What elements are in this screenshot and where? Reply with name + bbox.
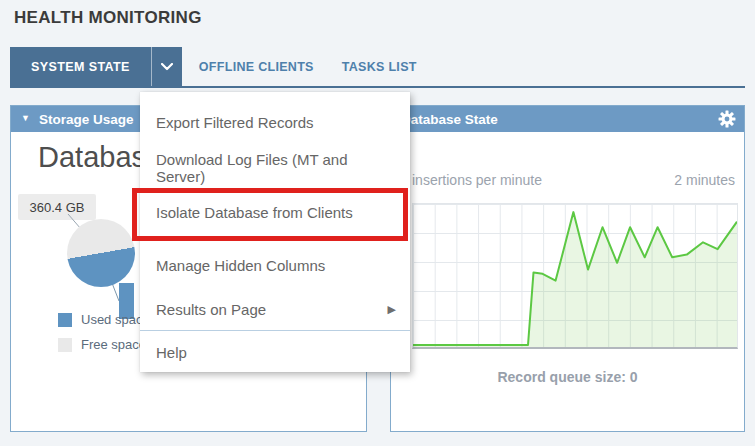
menu-item-label: Manage Hidden Columns <box>156 257 325 274</box>
menu-item-label: Download Log Files (MT and Server) <box>156 151 396 185</box>
system-state-dropdown-menu: Export Filtered Records Download Log Fil… <box>140 92 410 372</box>
tab-underline <box>10 86 745 88</box>
insertions-chart <box>412 203 738 349</box>
menu-item-manage-hidden-columns[interactable]: Manage Hidden Columns <box>140 243 410 288</box>
storage-legend: Used space Free space <box>58 312 150 352</box>
chart-stats-row: insertions per minute 2 minutes <box>412 172 735 188</box>
tab-system-state-label: SYSTEM STATE <box>31 60 130 74</box>
collapse-icon[interactable]: ▼ <box>21 113 30 123</box>
menu-item-label: Isolate Database from Clients <box>156 204 353 221</box>
menu-item-label: Results on Page <box>156 301 266 318</box>
tab-tasks-list[interactable]: TASKS LIST <box>342 47 417 86</box>
menu-item-label: Help <box>156 344 187 361</box>
record-queue-label: Record queue size: 0 <box>391 369 744 385</box>
chevron-down-icon <box>161 63 173 71</box>
database-state-panel-header: Database State <box>391 106 744 132</box>
menu-item-isolate-database[interactable]: Isolate Database from Clients <box>140 190 410 235</box>
legend-swatch-free <box>58 338 72 352</box>
database-state-panel-title: Database State <box>401 112 498 127</box>
legend-item-used: Used space <box>58 312 150 327</box>
database-state-panel: Database State insertions per minute 2 m… <box>390 105 745 432</box>
gear-icon[interactable] <box>718 110 736 128</box>
legend-label-free: Free space <box>81 337 146 352</box>
tab-offline-clients[interactable]: OFFLINE CLIENTS <box>199 47 314 86</box>
storage-pie-chart <box>67 219 135 287</box>
storage-usage-panel-title: Storage Usage <box>39 112 134 127</box>
tab-system-state[interactable]: SYSTEM STATE <box>10 47 151 86</box>
menu-item-download-log-files[interactable]: Download Log Files (MT and Server) <box>140 145 410 190</box>
menu-item-export-filtered-records[interactable]: Export Filtered Records <box>140 100 410 145</box>
tab-tasks-list-label: TASKS LIST <box>342 60 417 74</box>
legend-swatch-used <box>58 313 72 327</box>
submenu-arrow-icon: ▶ <box>388 303 396 316</box>
menu-item-results-on-page[interactable]: Results on Page ▶ <box>140 288 410 330</box>
menu-item-help[interactable]: Help <box>140 331 410 369</box>
database-state-panel-body: insertions per minute 2 minutes Record q… <box>391 132 744 431</box>
tab-offline-clients-label: OFFLINE CLIENTS <box>199 60 314 74</box>
menu-item-label: Export Filtered Records <box>156 114 314 131</box>
page-title: HEALTH MONITORING <box>14 8 202 28</box>
tab-bar: SYSTEM STATE OFFLINE CLIENTS TASKS LIST <box>10 47 745 86</box>
storage-total-label: 360.4 GB <box>18 194 96 220</box>
legend-item-free: Free space <box>58 337 150 352</box>
insertions-label: insertions per minute <box>412 172 542 188</box>
tab-dropdown-toggle[interactable] <box>151 47 182 86</box>
insertions-line-series <box>413 204 737 347</box>
time-window-label: 2 minutes <box>674 172 735 188</box>
